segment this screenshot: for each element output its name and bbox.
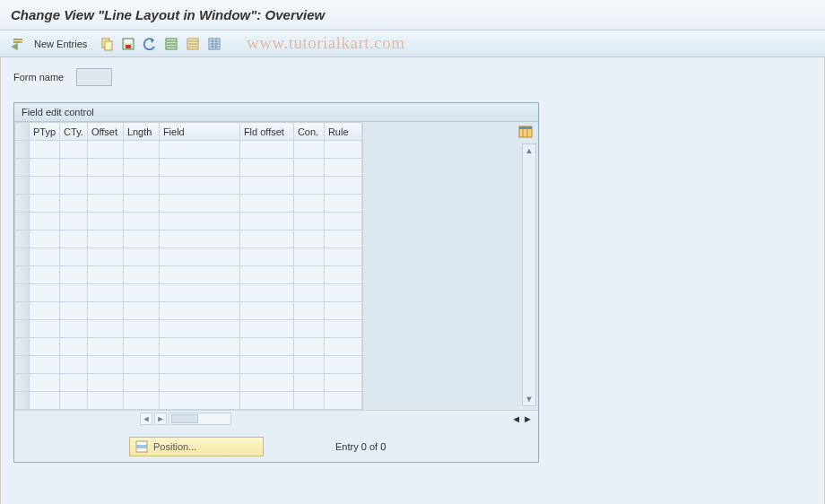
cell[interactable]	[324, 177, 361, 195]
cell[interactable]	[123, 159, 159, 177]
cell[interactable]	[324, 248, 361, 266]
cell[interactable]	[293, 177, 324, 195]
cell[interactable]	[30, 374, 60, 392]
table-row[interactable]	[15, 230, 362, 248]
cell[interactable]	[239, 230, 293, 248]
cell[interactable]	[30, 266, 60, 284]
col-header-ptyp[interactable]: PTyp	[30, 123, 60, 141]
cell[interactable]	[60, 159, 88, 177]
cell[interactable]	[60, 230, 88, 248]
cell[interactable]	[293, 195, 324, 213]
cell[interactable]	[87, 374, 123, 392]
cell[interactable]	[159, 213, 239, 230]
cell[interactable]	[60, 356, 88, 374]
cell[interactable]	[60, 338, 88, 356]
cell[interactable]	[60, 195, 88, 213]
cell[interactable]	[324, 141, 361, 159]
cell[interactable]	[293, 284, 324, 302]
scroll-up-icon[interactable]: ▲	[523, 144, 535, 157]
cell[interactable]	[293, 392, 324, 410]
col-header-fldoffset[interactable]: Fld offset	[239, 123, 293, 141]
row-selector[interactable]	[15, 141, 30, 159]
cell[interactable]	[123, 195, 159, 213]
cell[interactable]	[159, 195, 239, 213]
toggle-icon[interactable]	[9, 35, 27, 53]
cell[interactable]	[30, 320, 60, 338]
cell[interactable]	[30, 302, 60, 320]
col-header-field[interactable]: Field	[159, 123, 239, 141]
cell[interactable]	[293, 338, 324, 356]
cell[interactable]	[60, 392, 88, 410]
cell[interactable]	[293, 159, 324, 177]
save-icon[interactable]	[119, 35, 137, 53]
cell[interactable]	[293, 320, 324, 338]
cell[interactable]	[123, 213, 159, 230]
cell[interactable]	[30, 159, 60, 177]
cell[interactable]	[87, 195, 123, 213]
table-row[interactable]	[15, 213, 362, 230]
table-row[interactable]	[15, 141, 362, 159]
row-selector[interactable]	[15, 302, 30, 320]
table-row[interactable]	[15, 177, 362, 195]
cell[interactable]	[123, 392, 159, 410]
cell[interactable]	[293, 374, 324, 392]
form-name-field[interactable]	[76, 68, 112, 86]
cell[interactable]	[324, 213, 361, 230]
new-entries-button[interactable]: New Entries	[30, 35, 94, 53]
cell[interactable]	[30, 284, 60, 302]
cell[interactable]	[324, 266, 361, 284]
cell[interactable]	[60, 266, 88, 284]
row-selector[interactable]	[15, 213, 30, 230]
table-row[interactable]	[15, 302, 362, 320]
cell[interactable]	[30, 141, 60, 159]
row-selector[interactable]	[15, 392, 30, 410]
cell[interactable]	[87, 266, 123, 284]
cell[interactable]	[293, 213, 324, 230]
cell[interactable]	[123, 356, 159, 374]
vertical-scrollbar[interactable]: ▲ ▼	[522, 143, 536, 406]
cell[interactable]	[87, 320, 123, 338]
cell[interactable]	[239, 302, 293, 320]
scroll-right-end-icon[interactable]: ►	[523, 413, 533, 424]
cell[interactable]	[60, 177, 88, 195]
cell[interactable]	[60, 284, 88, 302]
cell[interactable]	[123, 248, 159, 266]
col-header-lngth[interactable]: Lngth	[123, 123, 159, 141]
cell[interactable]	[30, 356, 60, 374]
cell[interactable]	[30, 230, 60, 248]
cell[interactable]	[324, 356, 361, 374]
cell[interactable]	[30, 177, 60, 195]
cell[interactable]	[324, 159, 361, 177]
cell[interactable]	[324, 374, 361, 392]
undo-icon[interactable]	[141, 35, 159, 53]
table-row[interactable]	[15, 248, 362, 266]
cell[interactable]	[87, 230, 123, 248]
table-row[interactable]	[15, 159, 362, 177]
row-selector[interactable]	[15, 320, 30, 338]
table-row[interactable]	[15, 195, 362, 213]
cell[interactable]	[239, 284, 293, 302]
cell[interactable]	[293, 266, 324, 284]
table-row[interactable]	[15, 266, 362, 284]
cell[interactable]	[60, 248, 88, 266]
row-selector[interactable]	[15, 338, 30, 356]
cell[interactable]	[159, 230, 239, 248]
cell[interactable]	[239, 356, 293, 374]
row-selector[interactable]	[15, 159, 30, 177]
row-selector[interactable]	[15, 195, 30, 213]
cell[interactable]	[123, 320, 159, 338]
cell[interactable]	[239, 374, 293, 392]
row-selector[interactable]	[15, 230, 30, 248]
cell[interactable]	[123, 338, 159, 356]
cell[interactable]	[159, 320, 239, 338]
cell[interactable]	[239, 159, 293, 177]
cell[interactable]	[159, 141, 239, 159]
cell[interactable]	[159, 248, 239, 266]
cell[interactable]	[87, 302, 123, 320]
cell[interactable]	[123, 374, 159, 392]
cell[interactable]	[239, 141, 293, 159]
cell[interactable]	[324, 230, 361, 248]
hscroll-thumb[interactable]	[171, 414, 198, 423]
table-settings-icon[interactable]	[205, 35, 223, 53]
col-header-offset[interactable]: Offset	[87, 123, 123, 141]
